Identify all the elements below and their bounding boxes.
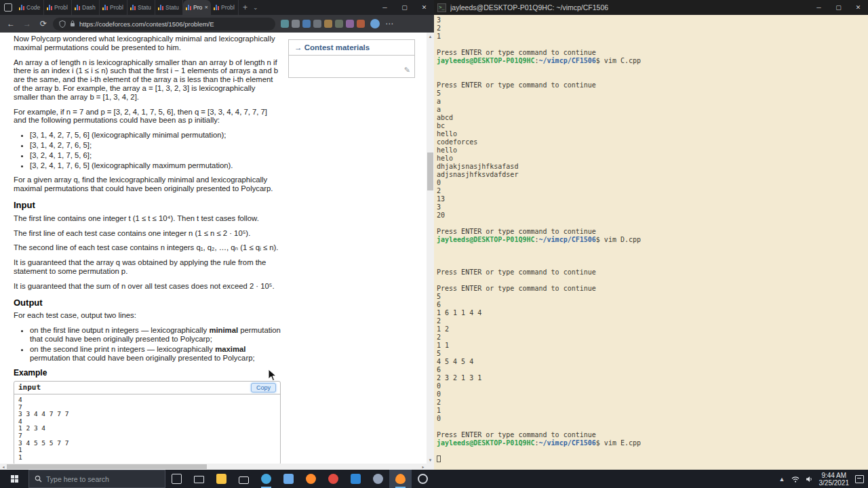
scroll-up-icon[interactable]: ▲: [427, 33, 434, 40]
terminal-line: 0: [437, 415, 868, 423]
terminal-icon[interactable]: [389, 470, 412, 488]
action-center-icon[interactable]: [855, 475, 864, 483]
input-section: The first line contains one integer t (1…: [14, 214, 281, 291]
extension-5-icon[interactable]: [324, 20, 332, 28]
browser-tab[interactable]: Probl: [100, 0, 127, 15]
terminal-close-button[interactable]: ✕: [848, 0, 868, 15]
terminal-line: adjsnasjhfksvdafdser: [437, 171, 868, 179]
forward-icon[interactable]: →: [20, 19, 34, 28]
terminal-line: 5: [437, 293, 868, 301]
terminal-cursor: [437, 455, 441, 462]
terminal-window: >_ jayleeds@DESKTOP-P01Q9HC: ~/vimcp/CF1…: [434, 0, 868, 470]
output-rules-list: on the first line output n integers — le…: [14, 326, 281, 362]
photos-icon[interactable]: [277, 470, 300, 488]
opera-icon[interactable]: [322, 470, 344, 488]
search-icon: [35, 475, 42, 483]
close-button[interactable]: ✕: [414, 0, 434, 15]
browser-tab[interactable]: Probl: [211, 0, 239, 15]
browser-tab[interactable]: Statu: [155, 0, 183, 15]
terminal-line: 5: [437, 89, 868, 98]
vscode-icon[interactable]: [344, 470, 367, 488]
scroll-right-icon[interactable]: ▸: [420, 464, 427, 470]
wifi-icon[interactable]: [791, 476, 800, 483]
minimize-button[interactable]: ─: [375, 0, 395, 15]
terminal-line: 3: [437, 203, 868, 211]
terminal-line: hello: [437, 146, 868, 155]
extension-3-icon[interactable]: [302, 20, 311, 28]
horizontal-scrollbar-thumb[interactable]: [7, 464, 207, 469]
edit-pencil-icon[interactable]: ✎: [404, 66, 410, 75]
paragraph: The first line of each test case contain…: [14, 229, 281, 238]
terminal-minimize-button[interactable]: ─: [809, 0, 829, 15]
maximize-button[interactable]: ▢: [395, 0, 414, 15]
browser-menu-icon[interactable]: ⋯: [385, 19, 393, 28]
tab-close-icon[interactable]: ✕: [205, 5, 208, 10]
terminal-line: a: [437, 98, 868, 106]
terminal-line: jayleeds@DESKTOP-P01Q9HC:~/vimcp/CF1506$…: [437, 57, 868, 65]
address-bar[interactable]: https://codeforces.com/contest/1506/prob…: [53, 18, 275, 30]
sample-input-label: input: [18, 384, 41, 392]
browser-tab[interactable]: Dash: [72, 0, 100, 15]
back-icon[interactable]: ←: [4, 19, 18, 28]
refresh-icon[interactable]: ⟳: [37, 19, 50, 28]
extension-4-icon[interactable]: [313, 20, 321, 28]
vertical-scrollbar[interactable]: ▲ ▼: [427, 33, 434, 464]
paragraph: The second line of each test case contai…: [14, 243, 281, 252]
edge-icon[interactable]: [255, 470, 277, 488]
store-icon[interactable]: [233, 470, 255, 488]
taskbar-search[interactable]: Type here to search: [28, 470, 165, 488]
terminal-line: 6: [437, 366, 868, 374]
terminal-line: 5: [437, 350, 868, 358]
contest-materials-title[interactable]: → Contest materials: [289, 40, 414, 56]
terminal-line: codeforces: [437, 138, 868, 146]
scroll-left-icon[interactable]: ◂: [0, 464, 7, 470]
scroll-down-icon[interactable]: ▼: [427, 456, 434, 464]
sample-input-box: input Copy 4 7 3 3 4 4 7 7 7 4 1 2 3 4 7…: [14, 381, 281, 464]
edge-icon: [261, 474, 271, 484]
tray-chevron-up-icon[interactable]: ▲: [779, 476, 785, 483]
browser-tab[interactable]: Pro✕: [183, 0, 211, 15]
taskbar-clock[interactable]: 9:44 AM 3/25/2021: [819, 472, 850, 487]
terminal-line: 0: [437, 179, 868, 187]
start-button[interactable]: [0, 470, 28, 488]
browser-tab[interactable]: Code: [16, 0, 44, 15]
terminal-line: [437, 447, 868, 455]
volume-icon[interactable]: [806, 476, 813, 483]
tab-search-caret-icon[interactable]: ⌄: [253, 4, 258, 11]
permutation-item: [3, 1, 4, 2, 7, 5, 6] (lexicographically…: [30, 131, 281, 140]
extension-2-icon[interactable]: [292, 20, 300, 28]
terminal-line: jayleeds@DESKTOP-P01Q9HC:~/vimcp/CF1506$…: [437, 236, 868, 244]
profile-avatar[interactable]: [370, 19, 380, 28]
desktop-screen: CodeProblDashProblStatuStatuPro✕Probl + …: [0, 0, 868, 488]
windows-logo-icon: [11, 475, 18, 483]
tab-title: Statu: [138, 4, 152, 11]
browser-tab[interactable]: Probl: [44, 0, 72, 15]
mail-icon[interactable]: [188, 470, 210, 488]
firefox-icon[interactable]: [300, 470, 322, 488]
extension-1-icon[interactable]: [281, 20, 289, 28]
codeforces-favicon-icon: [75, 5, 80, 10]
terminal-line: abcd: [437, 114, 868, 122]
task-view-icon[interactable]: [165, 470, 188, 488]
extension-7-icon[interactable]: [346, 20, 354, 28]
vertical-scrollbar-thumb[interactable]: [427, 152, 433, 190]
permutation-list: [3, 1, 4, 2, 7, 5, 6] (lexicographically…: [14, 131, 281, 169]
terminal-maximize-button[interactable]: ▢: [829, 0, 848, 15]
sample-input-data: 4 7 3 3 4 4 7 7 7 4 1 2 3 4 7 3 4 5 5 5 …: [14, 394, 280, 464]
cortana-icon[interactable]: [412, 470, 434, 488]
new-tab-button[interactable]: +: [243, 3, 248, 12]
terminal-titlebar[interactable]: >_ jayleeds@DESKTOP-P01Q9HC: ~/vimcp/CF1…: [434, 0, 868, 15]
steam-icon[interactable]: [367, 470, 389, 488]
file-explorer-icon[interactable]: [210, 470, 233, 488]
extension-6-icon[interactable]: [335, 20, 343, 28]
clock-time: 9:44 AM: [819, 472, 850, 479]
copy-input-button[interactable]: Copy: [251, 383, 276, 392]
terminal-output[interactable]: 321 Press ENTER or type command to conti…: [434, 15, 868, 470]
paragraph: For a given array q, find the lexicograp…: [14, 176, 281, 193]
extension-8-icon[interactable]: [357, 20, 365, 28]
workspaces-icon[interactable]: [4, 3, 12, 12]
terminal-line: dhjakjsnasjhfksafasd: [437, 163, 868, 171]
browser-tab[interactable]: Statu: [127, 0, 155, 15]
permutation-item: [3, 2, 4, 1, 7, 5, 6];: [30, 151, 281, 160]
horizontal-scrollbar[interactable]: ◂ ▸: [0, 464, 427, 470]
